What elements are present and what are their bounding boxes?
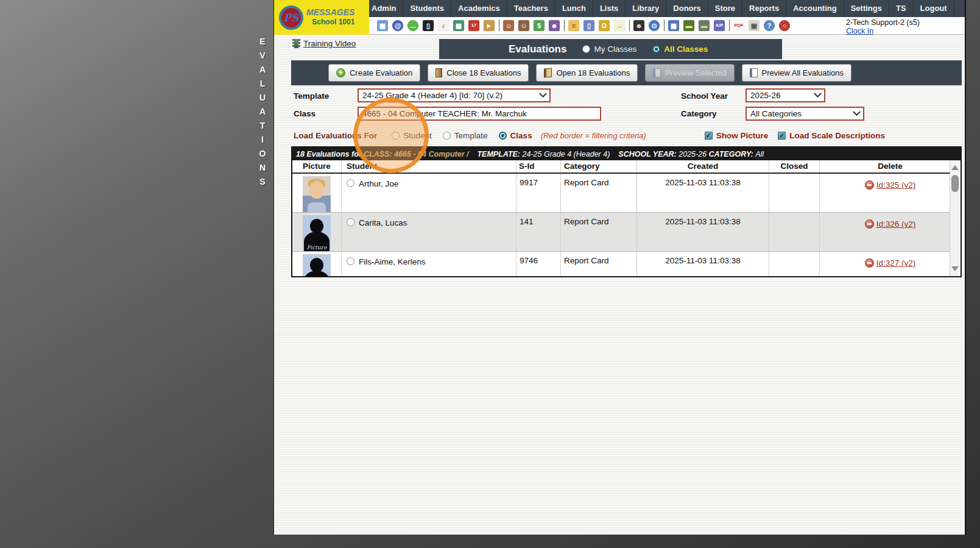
calendar-grid-icon[interactable]: ▦	[377, 20, 388, 31]
load-scale-label[interactable]: Load Scale Descriptions	[789, 131, 885, 140]
my-classes-option[interactable]: My Classes	[582, 44, 636, 54]
person-icon[interactable]: ☺	[518, 20, 529, 31]
money-icon[interactable]: $	[534, 20, 545, 31]
table-header-row: Picture Student S-Id Category Created Cl…	[292, 160, 961, 174]
nav-item-logout[interactable]: Logout	[914, 0, 954, 17]
student-radio[interactable]	[392, 132, 400, 140]
scrollbar-thumb[interactable]	[951, 175, 959, 192]
admin-person-icon[interactable]: ☻	[633, 20, 644, 31]
school-year-select[interactable]: 2025-26	[746, 88, 825, 102]
show-picture-checkbox[interactable]: ✓	[705, 132, 713, 140]
toolbar-separator	[499, 20, 499, 31]
student-radio-label[interactable]: Student	[403, 131, 432, 140]
student-photo-placeholder: Picture	[303, 215, 331, 251]
nav-item-reports[interactable]: Reports	[742, 0, 786, 17]
class-radio[interactable]	[499, 132, 507, 140]
eval-created: 2025-11-03 11:03:38	[637, 252, 769, 277]
nav-item-admin[interactable]: Admin	[365, 0, 403, 17]
load-scale-checkbox[interactable]: ✓	[778, 132, 786, 140]
people-group-icon[interactable]: ☻	[549, 20, 560, 31]
nav-item-accounting[interactable]: Accounting	[786, 0, 844, 17]
template-radio[interactable]	[443, 132, 451, 140]
student-select-radio[interactable]	[347, 179, 354, 187]
table-scrollbar[interactable]	[950, 160, 961, 276]
alarm-clock-icon[interactable]: ⊙	[649, 20, 660, 31]
student-select-radio[interactable]	[347, 257, 354, 265]
col-student: Student	[342, 160, 516, 173]
scroll-down-arrow-icon[interactable]	[951, 266, 959, 272]
class-input[interactable]: 4665 - 04 Computer TEACHER: Mr. Marchuk	[358, 107, 601, 121]
bell-icon[interactable]: Ω	[599, 20, 610, 31]
calendar-17-icon[interactable]: 17	[468, 20, 479, 31]
cheque-icon[interactable]: ▬	[683, 20, 694, 31]
create-evaluation-button[interactable]: + Create Evaluation	[328, 64, 420, 82]
preview-selected-button: Preview Selected	[645, 64, 734, 82]
sms-bubble-icon[interactable]: …	[407, 20, 418, 31]
clock-in-link[interactable]: Clock In	[846, 27, 873, 35]
all-classes-radio[interactable]	[652, 45, 660, 53]
add-person-icon[interactable]: ☺	[503, 20, 514, 31]
printer-icon[interactable]: ▣	[749, 20, 760, 31]
calendar-stats-icon[interactable]: ▦	[453, 20, 464, 31]
lunch-burger-icon[interactable]: ≡	[568, 20, 579, 31]
eval-created: 2025-11-03 11:03:38	[637, 213, 769, 251]
eval-closed	[769, 213, 820, 251]
category-select[interactable]: All Categories	[746, 107, 864, 121]
delete-link[interactable]: Id:327 (v2)	[876, 258, 916, 268]
class-label: Class	[294, 109, 316, 118]
nav-item-lunch[interactable]: Lunch	[555, 0, 593, 17]
nav-item-academics[interactable]: Academics	[451, 0, 507, 17]
my-classes-label[interactable]: My Classes	[594, 44, 636, 54]
print-cheque-icon[interactable]: ▬	[699, 20, 710, 31]
chevron-down-icon	[814, 90, 822, 98]
nav-item-library[interactable]: Library	[626, 0, 666, 17]
nav-item-donors[interactable]: Donors	[666, 0, 708, 17]
email-at-icon[interactable]: @	[392, 20, 403, 31]
all-classes-option[interactable]: All Classes	[652, 44, 708, 54]
open-evaluations-button[interactable]: Open 18 Evaluations	[536, 64, 638, 82]
nav-item-lists[interactable]: Lists	[593, 0, 626, 17]
template-radio-label[interactable]: Template	[454, 131, 488, 140]
student-select-radio[interactable]	[347, 218, 354, 226]
col-category: Category	[561, 160, 637, 173]
ap-badge-icon[interactable]: A/P	[714, 20, 725, 31]
nav-item-settings[interactable]: Settings	[844, 0, 889, 17]
close-evaluations-button[interactable]: Close 18 Evaluations	[428, 64, 529, 82]
training-video-link[interactable]: Training Video	[303, 39, 356, 48]
forward-note-icon[interactable]: →	[614, 20, 625, 31]
info-template-label: TEMPLATE:	[477, 150, 520, 158]
delete-minus-icon[interactable]	[865, 180, 874, 190]
delete-link[interactable]: Id:325 (v2)	[876, 180, 916, 190]
load-evaluations-row: Load Evaluations For Student Template Cl…	[294, 131, 885, 140]
template-select[interactable]: 24-25 Grade 4 (Header 4) [Id: 70] (v.2)	[358, 88, 551, 102]
info-class: CLASS: 4665 - 04 Computer /	[364, 150, 468, 158]
scroll-up-arrow-icon[interactable]	[951, 165, 959, 171]
delete-minus-icon[interactable]	[865, 219, 874, 229]
table-info-bar: 18 Evaluations for CLASS: 4665 - 04 Comp…	[292, 148, 961, 160]
delete-minus-icon[interactable]	[865, 258, 874, 268]
help-icon[interactable]: ?	[764, 20, 775, 31]
spreadsheet-icon[interactable]: ▦	[668, 20, 679, 31]
logo-school-name: School 1001	[306, 18, 354, 26]
training-video[interactable]: Training Video	[292, 39, 356, 48]
nav-item-store[interactable]: Store	[708, 0, 742, 17]
my-classes-radio[interactable]	[582, 45, 590, 53]
mobile-phone-icon[interactable]: ▯	[423, 20, 434, 31]
megaphone-icon[interactable]: ►	[484, 20, 495, 31]
binder-icon[interactable]: ▯	[583, 20, 594, 31]
nav-item-students[interactable]: Students	[403, 0, 451, 17]
nav-item-ts[interactable]: TS	[889, 0, 914, 17]
pdf-icon[interactable]: PDF	[733, 20, 744, 31]
plus-icon: +	[336, 68, 345, 77]
content-area: Training Video Evaluations My Classes Al…	[274, 35, 965, 535]
class-radio-label[interactable]: Class	[510, 131, 532, 140]
preview-all-button[interactable]: Preview All Evaluations	[742, 64, 851, 82]
all-classes-label[interactable]: All Classes	[664, 44, 708, 54]
speaker-icon[interactable]: ♪	[438, 20, 449, 31]
power-icon[interactable]: ○	[779, 20, 790, 31]
table-row: Fils-Aime, Kerlens 9746 Report Card 2025…	[292, 251, 961, 277]
delete-link[interactable]: Id:326 (v2)	[876, 219, 916, 229]
nav-item-teachers[interactable]: Teachers	[507, 0, 555, 17]
show-picture-label[interactable]: Show Picture	[716, 131, 769, 140]
info-category-label: CATEGORY:	[709, 150, 753, 158]
